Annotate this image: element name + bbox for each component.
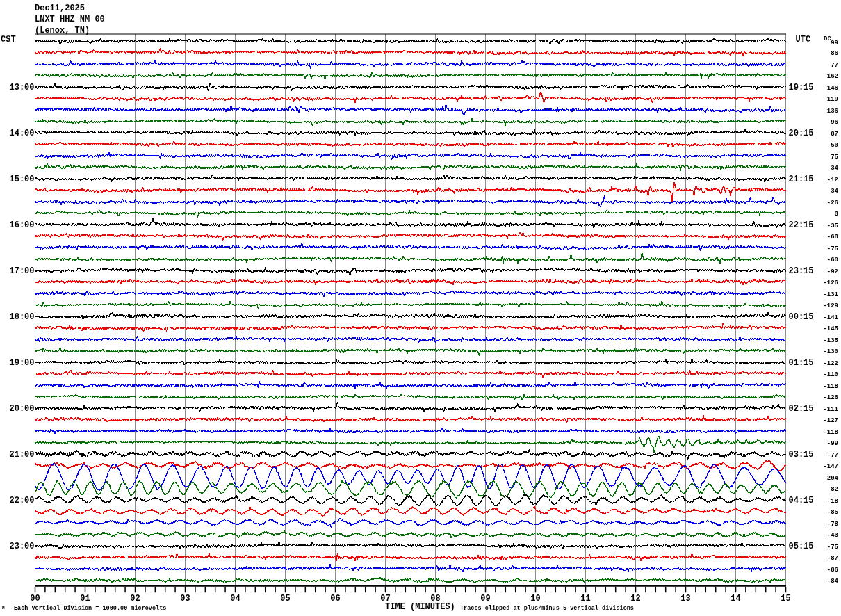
svg-text:-84: -84 [827, 578, 839, 585]
svg-text:-145: -145 [823, 325, 838, 332]
svg-text:-12: -12 [827, 177, 838, 184]
svg-text:19:15: 19:15 [789, 83, 814, 92]
svg-text:20:15: 20:15 [789, 129, 814, 138]
svg-text:-129: -129 [823, 302, 838, 309]
svg-text:03:15: 03:15 [789, 450, 814, 460]
svg-text:34: 34 [831, 188, 838, 195]
svg-text:LNXT HHZ NM 00: LNXT HHZ NM 00 [35, 15, 105, 24]
svg-text:15: 15 [781, 594, 790, 603]
svg-text:18:00: 18:00 [9, 312, 34, 322]
svg-text:-68: -68 [827, 234, 838, 241]
svg-text:15:00: 15:00 [9, 175, 34, 184]
svg-text:77: 77 [831, 62, 838, 69]
svg-text:82: 82 [831, 486, 838, 493]
svg-text:136: 136 [827, 108, 838, 115]
svg-text:Each Vertical Division = 1000.: Each Vertical Division = 1000.00 microvo… [14, 605, 166, 612]
svg-text:13: 13 [680, 594, 690, 603]
svg-text:04: 04 [230, 594, 240, 603]
svg-text:-77: -77 [827, 452, 838, 459]
svg-text:86: 86 [831, 50, 838, 57]
svg-text:23:00: 23:00 [9, 542, 34, 551]
svg-text:Dec11,2025: Dec11,2025 [35, 3, 85, 13]
svg-text:11: 11 [580, 594, 590, 603]
svg-text:01:15: 01:15 [789, 358, 814, 368]
svg-text:-18: -18 [827, 498, 838, 505]
svg-text:-141: -141 [823, 314, 838, 321]
svg-text:21:00: 21:00 [9, 450, 34, 460]
svg-text:19:00: 19:00 [9, 358, 34, 368]
svg-text:17:00: 17:00 [9, 266, 34, 276]
svg-text:06: 06 [330, 594, 340, 603]
svg-text:01: 01 [80, 594, 90, 603]
svg-text:-130: -130 [823, 348, 838, 355]
svg-text:-75: -75 [827, 544, 838, 551]
svg-text:-126: -126 [823, 279, 838, 286]
svg-text:UTC: UTC [796, 35, 811, 44]
svg-text:-60: -60 [827, 257, 838, 264]
svg-text:13:00: 13:00 [9, 83, 34, 92]
svg-text:-99: -99 [827, 440, 838, 447]
svg-text:8: 8 [835, 211, 838, 218]
svg-text:-75: -75 [827, 245, 838, 252]
svg-text:-43: -43 [827, 532, 838, 539]
svg-text:-118: -118 [823, 429, 838, 436]
svg-text:96: 96 [831, 119, 838, 126]
svg-text:21:15: 21:15 [789, 175, 814, 184]
svg-text:16:00: 16:00 [9, 220, 34, 230]
svg-text:-110: -110 [823, 371, 838, 378]
svg-text:146: 146 [827, 85, 838, 92]
svg-text:204: 204 [827, 475, 839, 482]
svg-text:-147: -147 [823, 463, 838, 470]
svg-text:-131: -131 [823, 291, 838, 298]
svg-text:09: 09 [480, 594, 490, 603]
svg-text:-86: -86 [827, 567, 838, 574]
svg-text:-126: -126 [823, 394, 838, 401]
svg-text:-35: -35 [827, 222, 838, 229]
svg-text:CST: CST [1, 35, 16, 44]
svg-text:10: 10 [530, 594, 540, 603]
svg-text:-127: -127 [823, 417, 838, 424]
svg-text:Traces clipped at plus/minus 5: Traces clipped at plus/minus 5 vertical … [460, 605, 634, 612]
svg-text:05: 05 [280, 594, 290, 603]
svg-text:119: 119 [827, 96, 838, 103]
svg-text:87: 87 [831, 131, 838, 138]
svg-text:04:15: 04:15 [789, 496, 814, 505]
svg-text:TIME (MINUTES): TIME (MINUTES) [385, 602, 455, 612]
svg-text:-26: -26 [827, 200, 838, 206]
svg-text:00: 00 [30, 594, 40, 603]
svg-text:99: 99 [831, 40, 838, 47]
svg-text:34: 34 [831, 165, 838, 172]
svg-text:14: 14 [730, 594, 740, 603]
svg-text:22:00: 22:00 [9, 496, 34, 505]
svg-text:-78: -78 [827, 521, 838, 528]
svg-text:02:15: 02:15 [789, 404, 814, 414]
svg-text:-118: -118 [823, 383, 838, 390]
svg-text:-135: -135 [823, 337, 838, 344]
svg-text:50: 50 [831, 142, 838, 149]
svg-text:-111: -111 [823, 406, 838, 413]
svg-text:14:00: 14:00 [9, 129, 34, 138]
svg-text:12: 12 [630, 594, 640, 603]
svg-text:-87: -87 [827, 555, 838, 562]
svg-text:75: 75 [831, 154, 838, 161]
svg-text:M: M [2, 606, 5, 610]
svg-text:(Lenox, TN): (Lenox, TN) [35, 26, 90, 35]
svg-text:03: 03 [180, 594, 190, 603]
svg-text:22:15: 22:15 [789, 220, 814, 230]
svg-text:05:15: 05:15 [789, 542, 814, 551]
svg-text:-92: -92 [827, 268, 838, 275]
svg-text:20:00: 20:00 [9, 404, 34, 414]
svg-text:-85: -85 [827, 509, 838, 516]
svg-text:162: 162 [827, 73, 838, 80]
svg-text:02: 02 [130, 594, 140, 603]
svg-text:00:15: 00:15 [789, 312, 814, 322]
svg-text:23:15: 23:15 [789, 266, 814, 276]
svg-text:-122: -122 [823, 360, 838, 367]
